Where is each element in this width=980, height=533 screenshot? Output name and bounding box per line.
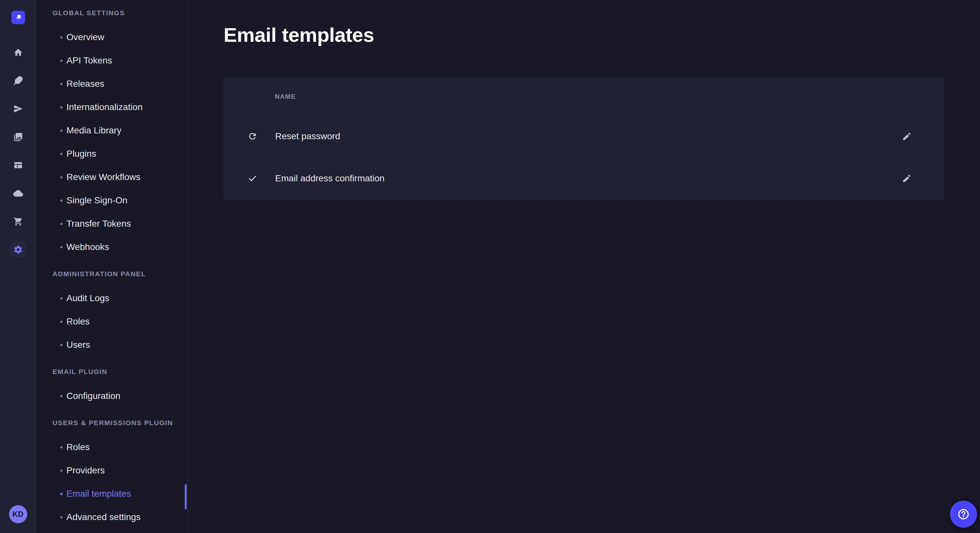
sidebar-item-single-sign-on[interactable]: Single Sign-On bbox=[36, 189, 187, 212]
email-templates-table: Name Reset password Email address confir… bbox=[224, 78, 944, 200]
sidebar-item-configuration[interactable]: Configuration bbox=[36, 384, 187, 408]
question-mark-icon bbox=[957, 508, 970, 521]
sidebar-item-audit-logs[interactable]: Audit Logs bbox=[36, 287, 187, 310]
sidebar-item-label: Single Sign-On bbox=[67, 195, 127, 206]
sidebar-item-email-templates[interactable]: Email templates bbox=[36, 482, 187, 506]
bullet-icon bbox=[60, 106, 62, 108]
paper-plane-icon[interactable] bbox=[10, 101, 26, 117]
sidebar-item-advanced-settings[interactable]: Advanced settings bbox=[36, 506, 187, 529]
section-title: Users & Permissions Plugin bbox=[52, 419, 187, 427]
bullet-icon bbox=[60, 36, 62, 38]
bullet-icon bbox=[60, 446, 62, 449]
sidebar-item-label: Users bbox=[67, 339, 90, 350]
sidebar-item-label: Advanced settings bbox=[67, 512, 141, 522]
page-title: Email templates bbox=[224, 23, 980, 47]
sidebar-item-providers[interactable]: Providers bbox=[36, 459, 187, 482]
sidebar-item-api-tokens[interactable]: API Tokens bbox=[36, 49, 187, 72]
sidebar-item-label: Internationalization bbox=[67, 102, 143, 113]
pencil-icon[interactable] bbox=[899, 171, 915, 186]
sidebar-item-label: Roles bbox=[67, 316, 90, 327]
bullet-icon bbox=[60, 493, 62, 495]
cloud-icon[interactable] bbox=[10, 186, 26, 201]
home-icon[interactable] bbox=[10, 45, 26, 60]
sidebar-item-overview[interactable]: Overview bbox=[36, 25, 187, 49]
media-library-icon[interactable] bbox=[10, 129, 26, 145]
layout-icon[interactable] bbox=[10, 157, 26, 173]
sidebar-item-label: Transfer Tokens bbox=[67, 219, 131, 229]
main-content: Email templates Name Reset password Emai… bbox=[188, 0, 980, 533]
sidebar-item-label: Roles bbox=[67, 442, 90, 452]
section-title: Email Plugin bbox=[52, 368, 187, 376]
table-header: Name bbox=[224, 78, 944, 115]
bullet-icon bbox=[60, 297, 62, 300]
sidebar-item-releases[interactable]: Releases bbox=[36, 72, 187, 95]
sidebar-item-plugins[interactable]: Plugins bbox=[36, 142, 187, 165]
bullet-icon bbox=[60, 200, 62, 202]
template-name: Email address confirmation bbox=[275, 173, 899, 184]
sidebar-item-label: Audit Logs bbox=[67, 293, 109, 303]
sidebar-item-label: Plugins bbox=[67, 149, 96, 159]
sidebar-item-label: Releases bbox=[67, 79, 104, 89]
sidebar-item-label: Overview bbox=[67, 32, 104, 43]
bullet-icon bbox=[60, 395, 62, 397]
rail-nav-buttons bbox=[10, 45, 26, 257]
sidebar-item-admin-roles[interactable]: Roles bbox=[36, 310, 187, 333]
avatar[interactable]: KD bbox=[9, 505, 27, 523]
bullet-icon bbox=[60, 344, 62, 346]
sidebar-item-label: Review Workflows bbox=[67, 172, 140, 182]
bullet-icon bbox=[60, 246, 62, 248]
sidebar-item-label: Email templates bbox=[67, 489, 131, 499]
main-nav-rail: KD bbox=[0, 0, 36, 533]
sidebar-item-internationalization[interactable]: Internationalization bbox=[36, 95, 187, 119]
sidebar-item-label: Webhooks bbox=[67, 242, 109, 252]
column-header-name: Name bbox=[275, 93, 296, 100]
rail-footer: KD bbox=[0, 496, 36, 533]
subnav-section-global-settings: Global Settings Overview API Tokens Rele… bbox=[36, 9, 187, 259]
table-row-reset-password[interactable]: Reset password bbox=[224, 115, 944, 157]
sidebar-item-users[interactable]: Users bbox=[36, 333, 187, 357]
strapi-logo[interactable] bbox=[11, 11, 25, 24]
sidebar-item-label: Configuration bbox=[67, 391, 121, 401]
table-row-email-address-confirmation[interactable]: Email address confirmation bbox=[224, 157, 944, 199]
bullet-icon bbox=[60, 470, 62, 472]
bullet-icon bbox=[60, 320, 62, 323]
subnav-scrollbar-thumb[interactable] bbox=[185, 484, 187, 509]
feather-icon[interactable] bbox=[10, 73, 26, 89]
bullet-icon bbox=[60, 176, 62, 178]
sidebar-item-label: Providers bbox=[67, 465, 105, 476]
sidebar-item-webhooks[interactable]: Webhooks bbox=[36, 235, 187, 259]
bullet-icon bbox=[60, 60, 62, 62]
sidebar-item-transfer-tokens[interactable]: Transfer Tokens bbox=[36, 212, 187, 235]
subnav-section-administration-panel: Administration Panel Audit Logs Roles Us… bbox=[36, 270, 187, 357]
sidebar-item-review-workflows[interactable]: Review Workflows bbox=[36, 165, 187, 189]
bullet-icon bbox=[60, 153, 62, 155]
check-icon bbox=[247, 174, 258, 183]
template-name: Reset password bbox=[275, 131, 899, 141]
settings-subnav: Global Settings Overview API Tokens Rele… bbox=[36, 0, 188, 533]
bullet-icon bbox=[60, 516, 62, 519]
sidebar-item-label: API Tokens bbox=[67, 56, 112, 66]
section-title: Global Settings bbox=[52, 9, 187, 17]
bullet-icon bbox=[60, 223, 62, 225]
sidebar-item-label: Media Library bbox=[67, 125, 121, 136]
help-button[interactable] bbox=[950, 501, 977, 528]
strapi-logo-icon bbox=[14, 13, 22, 22]
refresh-icon bbox=[247, 132, 258, 141]
bullet-icon bbox=[60, 83, 62, 85]
pencil-icon[interactable] bbox=[899, 128, 915, 144]
section-title: Administration Panel bbox=[52, 270, 187, 278]
sidebar-item-media-library[interactable]: Media Library bbox=[36, 119, 187, 142]
subnav-section-email-plugin: Email Plugin Configuration bbox=[36, 368, 187, 408]
sidebar-item-up-roles[interactable]: Roles bbox=[36, 436, 187, 459]
cart-icon[interactable] bbox=[10, 214, 26, 229]
subnav-section-users-permissions-plugin: Users & Permissions Plugin Roles Provide… bbox=[36, 419, 187, 529]
settings-icon[interactable] bbox=[10, 242, 26, 257]
bullet-icon bbox=[60, 130, 62, 132]
